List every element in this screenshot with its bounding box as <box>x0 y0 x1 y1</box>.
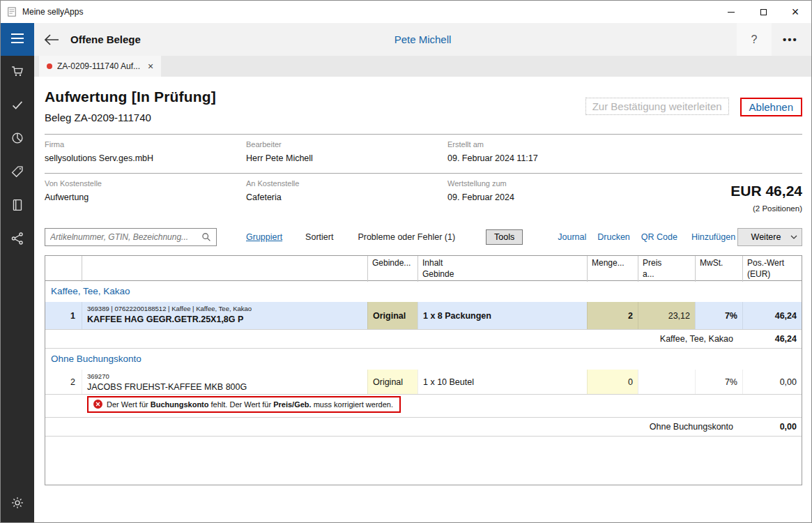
field-value: 09. Februar 2024 11:17 <box>447 153 802 163</box>
current-user[interactable]: Pete Michell <box>34 33 811 45</box>
tab-close-icon[interactable]: × <box>148 61 153 71</box>
maximize-button[interactable] <box>747 1 779 23</box>
article-meta: 369389 | 07622200188512 | Kaffee | Kaffe… <box>87 305 362 312</box>
menu-button[interactable] <box>1 23 34 56</box>
hamburger-icon <box>11 33 24 46</box>
subtotal-row-kaffee: Kaffee, Tee, Kakao 46,24 <box>45 330 802 349</box>
inhalt-cell: 1 x 10 Beutel <box>418 370 587 394</box>
article-name: KAFFEE HAG GEGR.GETR.25X1,8G P <box>87 314 362 324</box>
grouped-toggle[interactable]: Gruppiert <box>246 232 282 242</box>
reject-button[interactable]: Ablehnen <box>740 98 802 116</box>
col-header-mwst: MwSt. <box>695 256 742 282</box>
field-value: Aufwertung <box>45 192 246 202</box>
window-controls: × <box>715 1 811 23</box>
group-header-kaffee[interactable]: Kaffee, Tee, Kakao <box>45 281 802 302</box>
forward-for-approval-button[interactable]: Zur Bestätigung weiterleiten <box>585 98 729 115</box>
book-icon <box>10 197 25 215</box>
field-an-kostenstelle: An Kostenstelle Cafeteria <box>246 179 447 202</box>
sidebar-item-journal[interactable] <box>1 190 34 223</box>
window-title: Meine sellyApps <box>22 7 83 17</box>
sorted-toggle[interactable]: Sortiert <box>305 232 333 242</box>
table-row-2[interactable]: 2 369270 JACOBS FRUEHST-KAFFEE MKB 800G … <box>45 370 802 395</box>
close-icon: × <box>792 6 799 18</box>
print-link[interactable]: Drucken <box>597 232 630 242</box>
error-icon <box>93 400 102 409</box>
search-icon[interactable] <box>201 232 211 242</box>
row-number: 2 <box>45 370 82 394</box>
document-tab[interactable]: ZA-0209-111740 Auf... × <box>39 56 161 77</box>
table-empty-area <box>45 437 802 485</box>
field-value: Cafeteria <box>246 192 447 202</box>
more-options-button[interactable]: ••• <box>774 23 807 56</box>
error-text: Der Wert für Buchungskonto fehlt. Der We… <box>107 400 393 409</box>
sidebar-item-tasks[interactable] <box>1 89 34 123</box>
sidebar <box>1 23 34 522</box>
app-window: Meine sellyApps × <box>0 0 812 523</box>
sidebar-item-articles[interactable] <box>1 156 34 190</box>
col-header-inhalt: InhaltGebinde <box>418 256 587 282</box>
minimize-icon <box>728 12 735 13</box>
field-label: Von Kostenstelle <box>45 179 246 188</box>
minimize-button[interactable] <box>715 1 747 23</box>
gear-icon <box>10 495 25 513</box>
total-block: EUR 46,24 (2 Positionen) <box>730 183 802 213</box>
validation-error-row: Der Wert für Buchungskonto fehlt. Der We… <box>45 395 802 418</box>
group-header-ohne-buchungskonto[interactable]: Ohne Buchungskonto <box>45 349 802 370</box>
app-logo-icon <box>7 7 17 17</box>
maximize-icon <box>760 9 767 15</box>
position-count: (2 Positionen) <box>730 204 802 213</box>
preis-cell: 23,12 <box>638 302 695 329</box>
field-label: Bearbeiter <box>246 140 447 149</box>
article-cell: 369389 | 07622200188512 | Kaffee | Kaffe… <box>82 302 367 329</box>
menge-cell: 2 <box>587 302 638 329</box>
qr-code-link[interactable]: QR Code <box>641 232 677 242</box>
article-cell: 369270 JACOBS FRUEHST-KAFFEE MKB 800G <box>82 370 367 394</box>
field-value: Herr Pete Michell <box>246 153 447 163</box>
pie-chart-icon <box>10 130 25 149</box>
col-header-article <box>82 256 367 282</box>
field-label: An Kostenstelle <box>246 179 447 188</box>
row-number: 1 <box>45 302 82 329</box>
inhalt-cell: 1 x 8 Packungen <box>418 302 587 329</box>
problems-filter[interactable]: Probleme oder Fehler (1) <box>358 232 455 242</box>
col-header-preis: Preisa... <box>638 256 695 282</box>
app-header: Pete Michell Offene Belege ? ••• <box>34 23 811 56</box>
tools-button[interactable]: Tools <box>486 229 523 245</box>
col-header-wert: Pos.-Wert(EUR) <box>742 256 802 282</box>
col-header-menge: Menge... <box>587 256 638 282</box>
gebinde-cell: Original <box>367 302 418 329</box>
checkmark-icon <box>10 97 25 115</box>
field-label: Firma <box>45 140 246 149</box>
more-actions-dropdown[interactable]: Weitere <box>737 228 802 246</box>
document-number: Beleg ZA-0209-111740 <box>45 112 216 123</box>
field-label: Erstellt am <box>447 140 802 149</box>
sidebar-item-share[interactable] <box>1 223 34 257</box>
search-input[interactable] <box>50 232 201 242</box>
search-box <box>45 228 217 246</box>
sidebar-item-settings[interactable] <box>1 487 34 521</box>
mwst-cell: 7% <box>695 302 742 329</box>
wert-cell: 0,00 <box>742 370 802 394</box>
sidebar-item-cart[interactable] <box>1 56 34 89</box>
journal-link[interactable]: Journal <box>558 232 586 242</box>
subtotal-value: 46,24 <box>742 334 802 344</box>
tab-label: ZA-0209-111740 Auf... <box>57 61 140 71</box>
unsaved-dot-icon <box>47 63 52 69</box>
subtotal-label: Ohne Buchungskonto <box>45 422 742 432</box>
document-fields: Firma sellysolutions Serv.ges.mbH Bearbe… <box>45 134 802 212</box>
close-button[interactable]: × <box>779 1 811 23</box>
more-actions-label: Weitere <box>738 232 786 242</box>
table-header-row: Gebinde... InhaltGebinde Menge... Preisa… <box>45 256 802 281</box>
total-amount: EUR 46,24 <box>730 183 802 199</box>
field-firma: Firma sellysolutions Serv.ges.mbH <box>45 140 246 163</box>
field-row-1: Firma sellysolutions Serv.ges.mbH Bearbe… <box>45 134 802 173</box>
col-header-num <box>45 256 82 282</box>
article-meta: 369270 <box>87 372 362 380</box>
sidebar-item-reports[interactable] <box>1 123 34 156</box>
tab-bar: ZA-0209-111740 Auf... × <box>34 56 811 77</box>
table-row-1[interactable]: 1 369389 | 07622200188512 | Kaffee | Kaf… <box>45 302 802 330</box>
help-button[interactable]: ? <box>737 23 772 56</box>
col-header-gebinde: Gebinde... <box>367 256 418 282</box>
subtotal-row-ohne-buchungskonto: Ohne Buchungskonto 0,00 <box>45 418 802 437</box>
add-item-link[interactable]: Hinzufügen <box>691 232 735 242</box>
